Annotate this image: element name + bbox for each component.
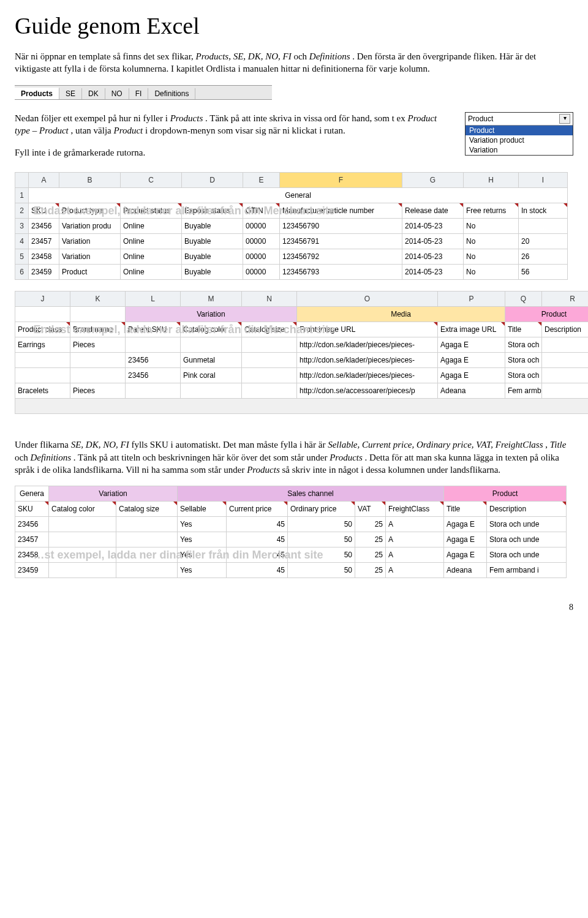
cell[interactable]: 26	[519, 249, 568, 265]
cell[interactable]: Agaga E	[444, 547, 487, 563]
col-header[interactable]: M	[181, 292, 242, 307]
cell[interactable]	[181, 337, 242, 353]
cell[interactable]: Pieces	[70, 337, 126, 353]
cell[interactable]: 25	[355, 563, 386, 578]
cell[interactable]	[116, 563, 178, 578]
cell[interactable]: No	[464, 265, 519, 280]
cell[interactable]	[542, 337, 589, 353]
cell[interactable]: Variation produ	[59, 219, 121, 234]
cell[interactable]: 25	[355, 532, 386, 547]
col-header[interactable]: N	[242, 292, 297, 307]
cell[interactable]: 2014-05-23	[402, 219, 464, 234]
cell[interactable]	[15, 368, 70, 383]
cell[interactable]: Stora och unde	[505, 353, 542, 368]
cell[interactable]: 45	[227, 517, 288, 532]
cell[interactable]: 23458	[29, 249, 59, 265]
cell[interactable]: 23457	[29, 234, 59, 249]
col-header[interactable]: K	[70, 292, 126, 307]
cell[interactable]	[242, 353, 297, 368]
corner-cell[interactable]	[15, 173, 29, 188]
cell[interactable]: 50	[288, 532, 355, 547]
cell[interactable]: 56	[519, 265, 568, 280]
col-header[interactable]: I	[519, 173, 568, 188]
cell[interactable]: 50	[288, 563, 355, 578]
cell[interactable]: Yes	[178, 517, 227, 532]
cell[interactable]: Adeana	[438, 383, 505, 399]
cell[interactable]: 23456	[126, 353, 181, 368]
cell[interactable]: 00000	[243, 234, 280, 249]
col-header[interactable]: A	[29, 173, 59, 188]
cell[interactable]: 2014-05-23	[402, 265, 464, 280]
cell[interactable]	[519, 219, 568, 234]
tab-se[interactable]: SE	[59, 88, 82, 99]
cell[interactable]	[116, 532, 178, 547]
col-header[interactable]: G	[402, 173, 464, 188]
cell[interactable]: Online	[121, 265, 182, 280]
dropdown-option[interactable]: Variation product	[466, 135, 573, 145]
row-number[interactable]: 2	[15, 203, 29, 219]
tab-fi[interactable]: FI	[129, 88, 149, 99]
cell[interactable]: Yes	[178, 532, 227, 547]
chevron-down-icon[interactable]: ▾	[559, 114, 570, 124]
cell[interactable]: 23456	[126, 368, 181, 383]
row-number[interactable]: 1	[15, 188, 29, 203]
cell[interactable]	[181, 383, 242, 399]
cell[interactable]: 23459	[15, 563, 49, 578]
cell[interactable]: Buyable	[182, 234, 243, 249]
col-header[interactable]: F	[280, 173, 402, 188]
col-header[interactable]: L	[126, 292, 181, 307]
cell[interactable]: 50	[288, 517, 355, 532]
cell[interactable]: 23457	[15, 532, 49, 547]
cell[interactable]: Yes	[178, 547, 227, 563]
row-number[interactable]: 6	[15, 265, 29, 280]
cell[interactable]: Stora och unde	[487, 532, 567, 547]
col-header[interactable]: D	[182, 173, 243, 188]
row-number[interactable]: 3	[15, 219, 29, 234]
product-type-dropdown[interactable]: Product ▾ Product Variation product Vari…	[465, 112, 573, 156]
cell[interactable]	[116, 547, 178, 563]
dropdown-option[interactable]: Product	[466, 126, 573, 135]
cell[interactable]: Fem armband	[505, 383, 542, 399]
cell[interactable]: A	[386, 547, 444, 563]
cell[interactable]: Variation	[59, 249, 121, 265]
cell[interactable]: A	[386, 532, 444, 547]
cell[interactable]: 123456793	[280, 265, 402, 280]
cell[interactable]: Variation	[59, 234, 121, 249]
cell[interactable]: Stora och unde	[487, 517, 567, 532]
col-header[interactable]: Q	[505, 292, 542, 307]
cell[interactable]: 123456792	[280, 249, 402, 265]
cell[interactable]: 2014-05-23	[402, 234, 464, 249]
cell[interactable]	[542, 383, 589, 399]
cell[interactable]: 123456791	[280, 234, 402, 249]
cell[interactable]: 45	[227, 563, 288, 578]
cell[interactable]	[70, 368, 126, 383]
cell[interactable]: Product	[59, 265, 121, 280]
cell[interactable]: No	[464, 249, 519, 265]
col-header[interactable]: C	[121, 173, 182, 188]
cell[interactable]: Buyable	[182, 249, 243, 265]
col-header[interactable]: P	[438, 292, 505, 307]
cell[interactable]: http://cdon.se/klader/pieces/pieces-	[297, 337, 438, 353]
cell[interactable]	[116, 517, 178, 532]
cell[interactable]: Pieces	[70, 383, 126, 399]
cell[interactable]: 123456790	[280, 219, 402, 234]
col-header[interactable]: B	[59, 173, 121, 188]
cell[interactable]	[542, 353, 589, 368]
cell[interactable]: Yes	[178, 563, 227, 578]
col-header[interactable]: E	[243, 173, 280, 188]
cell[interactable]: Online	[121, 234, 182, 249]
cell[interactable]: 23456	[15, 517, 49, 532]
cell[interactable]: Agaga E	[444, 517, 487, 532]
col-header[interactable]: J	[15, 292, 70, 307]
cell[interactable]: http://cdon.se/klader/pieces/pieces-	[297, 353, 438, 368]
cell[interactable]: Agaga E	[444, 532, 487, 547]
row-number[interactable]: 5	[15, 249, 29, 265]
cell[interactable]: http://cdon.se/klader/pieces/pieces-	[297, 368, 438, 383]
col-header[interactable]: R	[542, 292, 589, 307]
cell[interactable]	[49, 532, 116, 547]
cell[interactable]	[70, 353, 126, 368]
cell[interactable]: 45	[227, 532, 288, 547]
cell[interactable]: 50	[288, 547, 355, 563]
dropdown-option[interactable]: Variation	[466, 145, 573, 155]
cell[interactable]: Agaga E	[438, 368, 505, 383]
